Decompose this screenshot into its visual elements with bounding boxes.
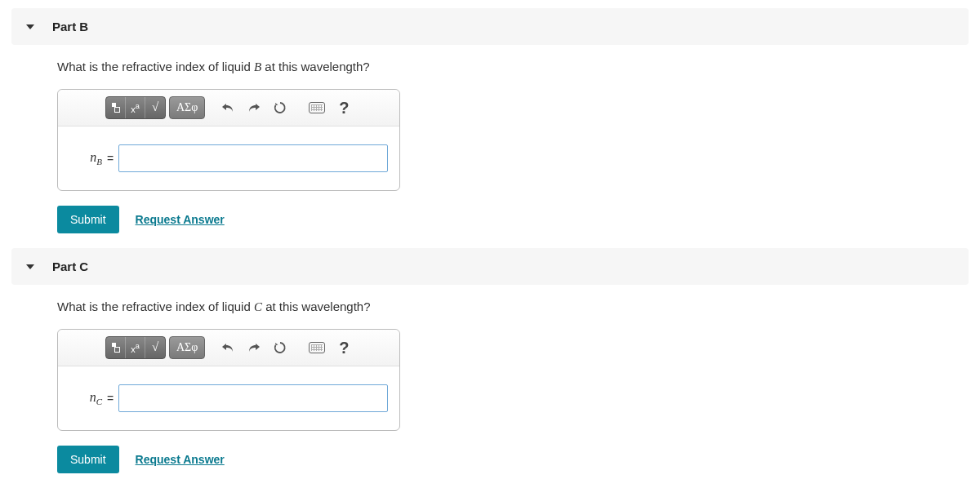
question-variable: B xyxy=(254,60,261,73)
keyboard-icon[interactable] xyxy=(305,336,329,359)
answer-input-b[interactable] xyxy=(118,144,388,172)
equals-sign: = xyxy=(105,152,118,165)
exponent-icon[interactable]: xa xyxy=(126,97,145,118)
input-row-c: nC = xyxy=(58,366,399,430)
request-answer-link-c[interactable]: Request Answer xyxy=(136,453,225,466)
caret-down-icon xyxy=(26,24,34,29)
part-b-header[interactable]: Part B xyxy=(11,8,969,45)
actions-c: Submit Request Answer xyxy=(57,446,969,473)
answer-box-c: xa √ ΑΣφ ? nC = xyxy=(57,329,400,431)
reset-icon[interactable] xyxy=(269,96,292,119)
sqrt-icon[interactable]: √ xyxy=(145,337,165,358)
question-variable: C xyxy=(254,300,262,313)
input-row-b: nB = xyxy=(58,126,399,190)
equation-toolbar: xa √ ΑΣφ ? xyxy=(58,330,399,366)
exponent-icon[interactable]: xa xyxy=(126,337,145,358)
actions-b: Submit Request Answer xyxy=(57,206,969,233)
answer-input-c[interactable] xyxy=(118,384,388,412)
part-b-title: Part B xyxy=(52,20,88,33)
greek-symbols-button[interactable]: ΑΣφ xyxy=(169,96,205,119)
undo-icon[interactable] xyxy=(216,336,239,359)
help-icon[interactable]: ? xyxy=(332,99,355,118)
answer-box-b: xa √ ΑΣφ ? nB = xyxy=(57,89,400,191)
question-text-post: at this wavelength? xyxy=(261,60,370,73)
equals-sign: = xyxy=(105,392,118,405)
fraction-icon[interactable] xyxy=(106,97,126,118)
part-c: Part C What is the refractive index of l… xyxy=(11,248,969,480)
sqrt-icon[interactable]: √ xyxy=(145,97,165,118)
part-b-question: What is the refractive index of liquid B… xyxy=(57,60,969,74)
keyboard-icon[interactable] xyxy=(305,96,329,119)
question-text-pre: What is the refractive index of liquid xyxy=(57,60,254,73)
submit-button-b[interactable]: Submit xyxy=(57,206,119,233)
part-c-title: Part C xyxy=(52,260,88,273)
help-icon[interactable]: ? xyxy=(332,339,355,357)
part-b: Part B What is the refractive index of l… xyxy=(11,8,969,240)
undo-icon[interactable] xyxy=(216,96,239,119)
variable-label-c: nC xyxy=(69,390,105,406)
variable-label-b: nB xyxy=(69,150,105,166)
request-answer-link-b[interactable]: Request Answer xyxy=(136,213,225,226)
part-c-body: What is the refractive index of liquid C… xyxy=(11,285,969,480)
redo-icon[interactable] xyxy=(243,96,265,119)
submit-button-c[interactable]: Submit xyxy=(57,446,119,473)
caret-down-icon xyxy=(26,264,34,269)
part-c-question: What is the refractive index of liquid C… xyxy=(57,300,969,314)
part-b-body: What is the refractive index of liquid B… xyxy=(11,45,969,240)
template-group: xa √ xyxy=(105,96,166,119)
redo-icon[interactable] xyxy=(243,336,265,359)
greek-symbols-button[interactable]: ΑΣφ xyxy=(169,336,205,359)
reset-icon[interactable] xyxy=(269,336,292,359)
question-text-post: at this wavelength? xyxy=(262,300,371,313)
question-text-pre: What is the refractive index of liquid xyxy=(57,300,254,313)
template-group: xa √ xyxy=(105,336,166,359)
fraction-icon[interactable] xyxy=(106,337,126,358)
equation-toolbar: xa √ ΑΣφ ? xyxy=(58,90,399,126)
part-c-header[interactable]: Part C xyxy=(11,248,969,285)
